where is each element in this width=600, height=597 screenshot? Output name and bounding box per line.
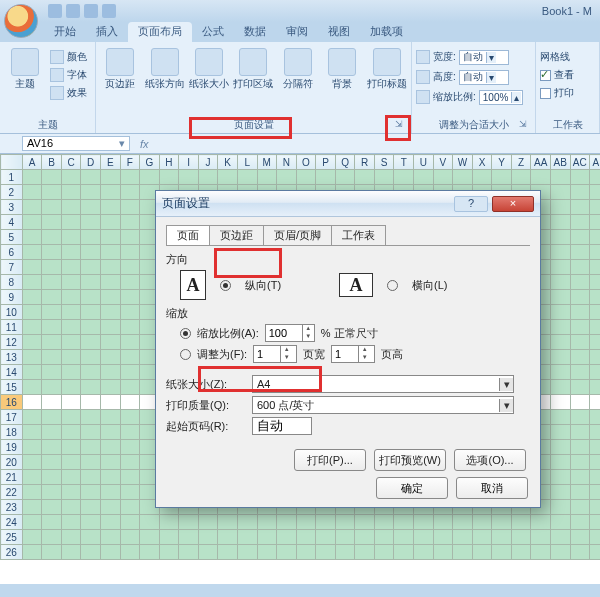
column-header[interactable]: H — [159, 155, 179, 170]
cell[interactable] — [296, 170, 316, 185]
cell[interactable] — [22, 440, 42, 455]
cell[interactable] — [22, 305, 42, 320]
cell[interactable] — [511, 515, 531, 530]
fit-wide-spinner[interactable]: ▲▼ — [253, 345, 297, 363]
cell[interactable] — [22, 260, 42, 275]
column-header[interactable]: D — [81, 155, 101, 170]
cell[interactable] — [61, 425, 81, 440]
cell[interactable] — [120, 365, 140, 380]
row-header[interactable]: 7 — [1, 260, 23, 275]
cell[interactable] — [198, 515, 218, 530]
dialog-help-button[interactable]: ? — [454, 196, 488, 212]
cell[interactable] — [198, 170, 218, 185]
cell[interactable] — [22, 380, 42, 395]
cell[interactable] — [42, 440, 62, 455]
cell[interactable] — [433, 515, 453, 530]
cell[interactable] — [570, 185, 590, 200]
theme-effects[interactable]: 效果 — [50, 84, 87, 102]
cell[interactable] — [120, 455, 140, 470]
cell[interactable] — [570, 260, 590, 275]
width-combo[interactable]: 自动▾ — [459, 50, 509, 65]
cell[interactable] — [120, 425, 140, 440]
cell[interactable] — [22, 275, 42, 290]
cell[interactable] — [296, 530, 316, 545]
row-header[interactable]: 18 — [1, 425, 23, 440]
cell[interactable] — [101, 425, 121, 440]
cell[interactable] — [590, 290, 600, 305]
cell[interactable] — [355, 170, 375, 185]
orientation-button[interactable]: 纸张方向 — [144, 44, 184, 89]
cell[interactable] — [277, 545, 297, 560]
cell[interactable] — [42, 230, 62, 245]
cell[interactable] — [179, 545, 199, 560]
theme-colors[interactable]: 颜色 — [50, 48, 87, 66]
row-header[interactable]: 11 — [1, 320, 23, 335]
row-header[interactable]: 21 — [1, 470, 23, 485]
cell[interactable] — [140, 530, 160, 545]
cell[interactable] — [453, 170, 473, 185]
cell[interactable] — [81, 230, 101, 245]
cell[interactable] — [120, 260, 140, 275]
cell[interactable] — [81, 395, 101, 410]
cell[interactable] — [511, 530, 531, 545]
cell[interactable] — [101, 305, 121, 320]
cell[interactable] — [22, 230, 42, 245]
cell[interactable] — [590, 515, 600, 530]
cell[interactable] — [550, 320, 570, 335]
cell[interactable] — [22, 200, 42, 215]
cell[interactable] — [570, 275, 590, 290]
cell[interactable] — [453, 530, 473, 545]
cell[interactable] — [550, 335, 570, 350]
office-button[interactable] — [4, 4, 38, 38]
cell[interactable] — [140, 170, 160, 185]
row-header[interactable]: 15 — [1, 380, 23, 395]
cell[interactable] — [120, 230, 140, 245]
cancel-button[interactable]: 取消 — [456, 477, 528, 499]
cell[interactable] — [277, 170, 297, 185]
cell[interactable] — [550, 440, 570, 455]
column-header[interactable]: X — [472, 155, 492, 170]
cell[interactable] — [120, 320, 140, 335]
row-header[interactable]: 9 — [1, 290, 23, 305]
cell[interactable] — [433, 530, 453, 545]
cell[interactable] — [101, 335, 121, 350]
cell[interactable] — [101, 320, 121, 335]
cell[interactable] — [335, 530, 355, 545]
column-header[interactable]: M — [257, 155, 277, 170]
cell[interactable] — [42, 410, 62, 425]
landscape-radio[interactable] — [387, 280, 398, 291]
cell[interactable] — [550, 395, 570, 410]
row-header[interactable]: 8 — [1, 275, 23, 290]
row-header[interactable]: 12 — [1, 335, 23, 350]
cell[interactable] — [590, 500, 600, 515]
column-header[interactable]: P — [316, 155, 336, 170]
cell[interactable] — [81, 170, 101, 185]
cell[interactable] — [570, 425, 590, 440]
cell[interactable] — [550, 410, 570, 425]
tab-data[interactable]: 数据 — [234, 22, 276, 42]
cell[interactable] — [101, 455, 121, 470]
cell[interactable] — [120, 185, 140, 200]
qat-redo-icon[interactable] — [84, 4, 98, 18]
tab-insert[interactable]: 插入 — [86, 22, 128, 42]
row-header[interactable]: 24 — [1, 515, 23, 530]
adjust-radio[interactable] — [180, 328, 191, 339]
cell[interactable] — [570, 200, 590, 215]
cell[interactable] — [42, 500, 62, 515]
cell[interactable] — [550, 425, 570, 440]
cell[interactable] — [120, 380, 140, 395]
cell[interactable] — [101, 230, 121, 245]
cell[interactable] — [257, 545, 277, 560]
column-header[interactable]: AD — [590, 155, 600, 170]
cell[interactable] — [550, 485, 570, 500]
cell[interactable] — [22, 410, 42, 425]
fit-tall-spinner[interactable]: ▲▼ — [331, 345, 375, 363]
print-quality-dropdown[interactable]: 600 点/英寸 ▾ — [252, 396, 514, 414]
cell[interactable] — [101, 395, 121, 410]
cell[interactable] — [570, 545, 590, 560]
dialog-close-button[interactable]: × — [492, 196, 534, 212]
column-header[interactable]: E — [101, 155, 121, 170]
cell[interactable] — [81, 260, 101, 275]
cell[interactable] — [590, 470, 600, 485]
gridlines-view[interactable]: 查看 — [540, 66, 574, 84]
